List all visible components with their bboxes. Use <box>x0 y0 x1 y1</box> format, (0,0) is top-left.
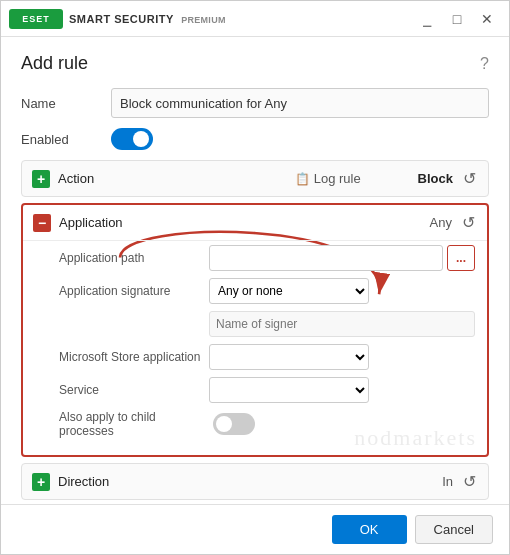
child-toggle-knob <box>216 416 232 432</box>
application-label: Application <box>59 215 430 230</box>
app-signature-label: Application signature <box>59 284 209 298</box>
direction-label: Direction <box>58 474 442 489</box>
action-label: Action <box>58 171 238 186</box>
app-path-row: Application path ... <box>59 245 475 271</box>
dialog-body: Add rule ? Name Enabled + Action 📋 <box>1 37 509 504</box>
toggle-track <box>111 128 153 150</box>
action-expand-icon[interactable]: + <box>32 170 50 188</box>
cancel-button[interactable]: Cancel <box>415 515 493 544</box>
child-processes-toggle[interactable] <box>213 413 255 435</box>
child-toggle-track <box>213 413 255 435</box>
app-path-label: Application path <box>59 251 209 265</box>
app-logo: ESET <box>9 9 63 29</box>
dialog-title-row: Add rule ? <box>21 53 489 74</box>
name-row: Name <box>21 88 489 118</box>
service-row: Service <box>59 377 475 403</box>
enabled-label: Enabled <box>21 132 111 147</box>
service-label: Service <box>59 383 209 397</box>
app-signature-select[interactable]: Any or none Any None Signed <box>209 278 369 304</box>
application-reset-button[interactable]: ↺ <box>460 213 477 232</box>
dialog-title: Add rule <box>21 53 480 74</box>
application-content: Application path ... Application signatu… <box>23 240 487 455</box>
app-name: SMART SECURITY PREMIUM <box>69 13 413 25</box>
enabled-row: Enabled <box>21 128 489 150</box>
application-value: Any <box>430 215 452 230</box>
log-rule-label: Log rule <box>314 171 361 186</box>
direction-reset-button[interactable]: ↺ <box>461 472 478 491</box>
ok-button[interactable]: OK <box>332 515 407 544</box>
minimize-button[interactable]: ⎯ <box>413 5 441 33</box>
action-reset-button[interactable]: ↺ <box>461 169 478 188</box>
app-signer-row <box>59 311 475 337</box>
ms-store-label: Microsoft Store application <box>59 350 209 364</box>
name-input[interactable] <box>111 88 489 118</box>
premium-badge: PREMIUM <box>181 15 226 25</box>
maximize-button[interactable]: □ <box>443 5 471 33</box>
help-icon[interactable]: ? <box>480 55 489 73</box>
application-collapse-icon[interactable]: − <box>33 214 51 232</box>
ms-store-select[interactable] <box>209 344 369 370</box>
log-rule-group: 📋 Log rule <box>238 171 418 186</box>
dialog-footer: OK Cancel <box>1 504 509 554</box>
ms-store-row: Microsoft Store application <box>59 344 475 370</box>
app-signer-input[interactable] <box>209 311 475 337</box>
name-label: Name <box>21 96 111 111</box>
main-window: ESET SMART SECURITY PREMIUM ⎯ □ ✕ Add ru… <box>0 0 510 555</box>
titlebar: ESET SMART SECURITY PREMIUM ⎯ □ ✕ <box>1 1 509 37</box>
app-browse-button[interactable]: ... <box>447 245 475 271</box>
child-processes-row: Also apply to child processes <box>59 410 475 438</box>
app-path-input[interactable] <box>209 245 443 271</box>
toggle-knob <box>133 131 149 147</box>
direction-value: In <box>442 474 453 489</box>
app-signature-row: Application signature Any or none Any No… <box>59 278 475 304</box>
window-controls: ⎯ □ ✕ <box>413 5 501 33</box>
child-processes-label: Also apply to child processes <box>59 410 209 438</box>
direction-expand-icon[interactable]: + <box>32 473 50 491</box>
action-row[interactable]: + Action 📋 Log rule Block ↺ <box>21 160 489 197</box>
close-button[interactable]: ✕ <box>473 5 501 33</box>
service-select[interactable] <box>209 377 369 403</box>
application-section: − Application Any ↺ Application <box>21 203 489 457</box>
direction-row[interactable]: + Direction In ↺ <box>21 463 489 500</box>
block-value: Block <box>418 171 453 186</box>
application-header[interactable]: − Application Any ↺ <box>23 205 487 240</box>
enabled-toggle[interactable] <box>111 128 153 150</box>
log-rule-icon: 📋 <box>295 172 310 186</box>
